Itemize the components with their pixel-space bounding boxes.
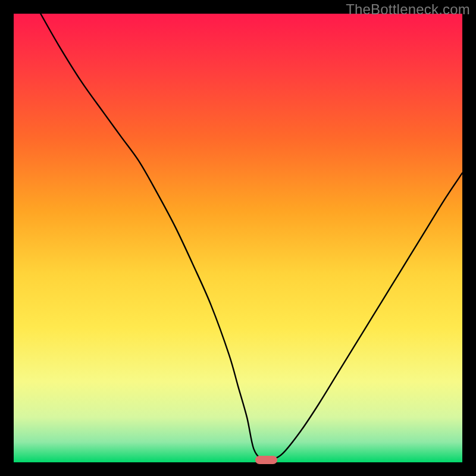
bottleneck-plot bbox=[14, 14, 462, 462]
watermark-text: TheBottleneck.com bbox=[346, 1, 470, 18]
chart-frame: TheBottleneck.com bbox=[0, 0, 476, 476]
optimal-marker bbox=[255, 456, 277, 464]
